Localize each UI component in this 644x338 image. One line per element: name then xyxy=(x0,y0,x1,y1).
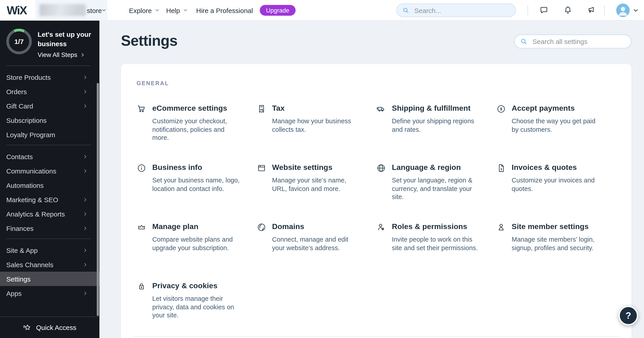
settings-tile-website-settings[interactable]: Website settingsManage your site’s name,… xyxy=(256,163,376,202)
help-menu[interactable]: Help xyxy=(166,0,188,21)
settings-tiles-grid: eCommerce settingsCustomize your checkou… xyxy=(136,104,616,320)
wix-logo[interactable]: WiX xyxy=(7,0,27,21)
search-icon xyxy=(520,38,528,46)
topbar-search-input[interactable] xyxy=(413,6,510,15)
sidebar-item-label: Subscriptions xyxy=(6,116,46,124)
sidebar-item-label: Settings xyxy=(6,275,30,283)
settings-tile-language-region[interactable]: Language & regionSet your language, regi… xyxy=(376,163,496,202)
settings-tile-invoices-quotes[interactable]: $Invoices & quotesCustomize your invoice… xyxy=(496,163,616,202)
tile-description: Define your shipping regions and rates. xyxy=(392,117,480,134)
chevron-down-icon xyxy=(101,8,106,13)
sidebar-item-label: Loyalty Program xyxy=(6,131,55,138)
sidebar-item-loyalty-program[interactable]: Loyalty Program xyxy=(0,127,100,142)
search-icon xyxy=(402,7,410,14)
tile-description: Set your language, region & currency, an… xyxy=(392,176,480,201)
sidebar-item-label: Gift Card xyxy=(6,102,33,110)
chevron-down-icon xyxy=(183,8,188,13)
settings-tile-shipping-fulfillment[interactable]: Shipping & fulfillmentDefine your shippi… xyxy=(376,104,496,143)
sidebar-item-subscriptions[interactable]: Subscriptions xyxy=(0,113,100,127)
sidebar-item-communications[interactable]: Communications xyxy=(0,164,100,178)
hire-a-professional-link[interactable]: Hire a Professional xyxy=(196,0,253,21)
settings-tile-domains[interactable]: DomainsConnect, manage and edit your web… xyxy=(256,222,376,261)
bell-icon[interactable] xyxy=(563,6,573,15)
sidebar-item-contacts[interactable]: Contacts xyxy=(0,149,100,164)
sidebar-item-store-products[interactable]: Store Products xyxy=(0,70,100,84)
settings-tile-accept-payments[interactable]: $Accept paymentsChoose the way you get p… xyxy=(496,104,616,143)
sidebar-item-apps[interactable]: Apps xyxy=(0,286,100,300)
tile-description: Choose the way you get paid by customers… xyxy=(512,117,600,134)
settings-tile-tax[interactable]: $TaxManage how your business collects ta… xyxy=(256,104,376,143)
tile-title: Manage plan xyxy=(152,222,241,231)
chevron-right-icon xyxy=(83,211,88,216)
page-title: Settings xyxy=(121,32,177,49)
setup-progress-ring: 1/7 xyxy=(6,29,32,54)
sidebar: 1/7 Let's set up your business View All … xyxy=(0,21,100,338)
tile-title: Language & region xyxy=(392,163,480,172)
topbar-divider xyxy=(528,6,528,15)
setup-progress-label: 1/7 xyxy=(9,31,29,52)
svg-text:$: $ xyxy=(500,168,502,171)
chevron-right-icon xyxy=(83,154,88,159)
sidebar-item-site-app[interactable]: Site & App xyxy=(0,243,100,257)
chevron-down-icon[interactable] xyxy=(633,8,639,14)
sidebar-scrollbar[interactable] xyxy=(97,83,99,316)
settings-tile-privacy-cookies[interactable]: Privacy & cookiesLet visitors manage the… xyxy=(136,281,256,320)
site-name-redacted xyxy=(40,4,86,16)
sidebar-divider xyxy=(6,238,91,239)
chat-bubble-icon[interactable] xyxy=(539,6,549,15)
sidebar-item-marketing-seo[interactable]: Marketing & SEO xyxy=(0,192,100,207)
chevron-right-icon xyxy=(83,291,88,296)
topbar-search xyxy=(396,4,516,17)
sidebar-item-orders[interactable]: Orders xyxy=(0,84,100,99)
settings-search xyxy=(514,35,632,49)
svg-text:$: $ xyxy=(262,109,263,112)
tile-title: Invoices & quotes xyxy=(512,163,600,172)
help-button[interactable]: ? xyxy=(618,306,638,325)
tile-description: Customize your invoices and quotes. xyxy=(512,176,600,193)
user-avatar[interactable] xyxy=(616,4,630,17)
chevron-right-icon xyxy=(83,75,88,80)
settings-tile-roles-permissions[interactable]: Roles & permissionsInvite people to work… xyxy=(376,222,496,261)
lock-icon xyxy=(136,281,146,291)
sidebar-item-finances[interactable]: Finances xyxy=(0,221,100,235)
sidebar-item-sales-channels[interactable]: Sales Channels xyxy=(0,257,100,272)
wix-dashboard: WiX store Explore Help Hire a Profession… xyxy=(0,0,644,338)
settings-tile-ecommerce-settings[interactable]: eCommerce settingsCustomize your checkou… xyxy=(136,104,256,143)
chevron-right-icon xyxy=(83,248,88,253)
sidebar-item-automations[interactable]: Automations xyxy=(0,178,100,192)
site-switcher[interactable]: store xyxy=(36,0,108,21)
upgrade-button[interactable]: Upgrade xyxy=(260,5,296,16)
invoice-icon: $ xyxy=(496,163,506,173)
quick-access-button[interactable]: Quick Access xyxy=(0,316,100,338)
crown-icon xyxy=(136,222,146,232)
chevron-right-icon xyxy=(83,89,88,94)
sidebar-item-analytics-reports[interactable]: Analytics & Reports xyxy=(0,207,100,221)
megaphone-icon[interactable] xyxy=(585,6,595,15)
truck-icon xyxy=(376,104,386,114)
tile-description: Manage how your business collects tax. xyxy=(272,117,361,134)
settings-search-input[interactable] xyxy=(532,37,626,46)
person-key-icon xyxy=(376,222,386,232)
tile-description: Manage site members’ login, signup, prof… xyxy=(512,235,600,252)
settings-tile-manage-plan[interactable]: Manage planCompare website plans and upg… xyxy=(136,222,256,261)
sidebar-divider xyxy=(6,66,91,66)
sidebar-item-settings[interactable]: Settings xyxy=(0,272,100,286)
sidebar-item-label: Automations xyxy=(6,181,44,189)
sidebar-item-label: Marketing & SEO xyxy=(6,196,58,203)
earth-icon xyxy=(256,222,266,232)
section-divider xyxy=(134,336,619,337)
chevron-right-icon xyxy=(83,103,88,108)
sidebar-item-gift-card[interactable]: Gift Card xyxy=(0,99,100,113)
info-circle-icon xyxy=(136,163,146,173)
view-all-steps-link[interactable]: View All Steps xyxy=(38,51,100,58)
tile-title: Website settings xyxy=(272,163,361,172)
business-setup-block: 1/7 Let's set up your business View All … xyxy=(0,21,100,66)
explore-menu[interactable]: Explore xyxy=(129,0,160,21)
tile-description: Let visitors manage their privacy, data … xyxy=(152,294,241,319)
topbar-divider xyxy=(604,6,604,15)
quick-access-star-icon xyxy=(23,323,32,332)
settings-tile-site-member-settings[interactable]: Site member settingsManage site members’… xyxy=(496,222,616,261)
topbar: WiX store Explore Help Hire a Profession… xyxy=(0,0,644,21)
settings-tile-business-info[interactable]: Business infoSet your business name, log… xyxy=(136,163,256,202)
tile-title: Business info xyxy=(152,163,241,172)
